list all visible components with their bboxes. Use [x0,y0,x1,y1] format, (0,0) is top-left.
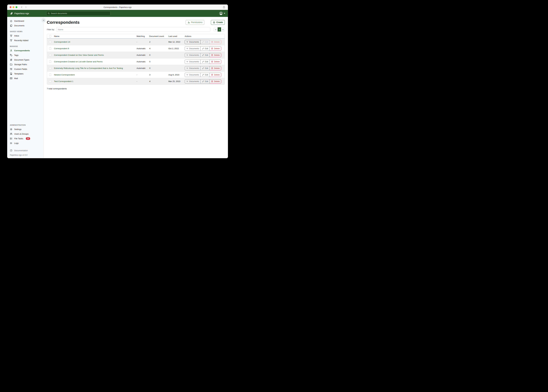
user-menu[interactable] [219,12,225,15]
sidebar-item-documentation[interactable]: Documentation [7,148,43,153]
pagination-next-button[interactable]: » [221,27,225,32]
row-checkbox[interactable] [49,74,51,76]
sidebar-item-file-tasks[interactable]: File Tasks16 [7,136,43,141]
pagination-page-1-button[interactable]: 1 [217,27,221,32]
sidebar-item-settings[interactable]: Settings [7,127,43,132]
forward-icon[interactable] [25,6,27,8]
delete-button[interactable]: Delete [209,53,221,57]
zoom-window-button[interactable] [15,6,17,8]
delete-button[interactable]: Delete [209,60,221,64]
documents-button[interactable]: Documents [185,40,201,44]
correspondent-link[interactable]: Newest Correspondent [54,74,75,76]
filter-lines-icon [186,48,188,49]
documents-button[interactable]: Documents [185,60,201,64]
sidebar-item-documents[interactable]: Documents [7,23,43,28]
window-title: Correspondents - Paperless-ngx [7,6,228,8]
search-input[interactable] [51,12,109,14]
correspondent-link[interactable]: Correspondent 9 [54,47,69,49]
edit-button[interactable]: Edit [200,40,210,44]
correspondent-link[interactable]: Test Correspondent 1 [54,80,73,83]
share-icon[interactable] [223,6,225,9]
edit-button[interactable]: Edit [200,53,210,57]
correspondent-link[interactable]: Correspondent Created on List with Owner… [54,61,103,63]
gear-icon [10,128,12,131]
edit-button[interactable]: Edit [200,46,210,51]
correspondent-link[interactable]: Correspondent Created on Doc View Owner … [54,54,104,56]
trash-icon [211,41,213,43]
edit-button[interactable]: Edit [200,73,210,77]
correspondent-link[interactable]: Extremely Ridiculously Long Title for a … [54,67,123,69]
window-controls [10,6,17,8]
table-row: Extremely Ridiculously Long Title for a … [47,65,225,71]
sidebar-item-mail[interactable]: Mail [7,76,43,81]
sidebar-section-title: MANAGE [7,45,43,47]
sidebar-item-dashboard[interactable]: Dashboard [7,19,43,23]
row-actions: Documents Edit Delete [185,53,221,57]
filter-icon [10,35,12,37]
sidebar-collapse-button[interactable] [42,18,45,22]
filter-lines-icon [186,61,188,63]
sidebar-item-document-types[interactable]: Document Types [7,57,43,62]
delete-button[interactable]: Delete [209,40,221,44]
edit-button[interactable]: Edit [200,79,210,84]
sidebar-item-correspondents[interactable]: Correspondents [7,48,43,53]
documents-button[interactable]: Documents [185,66,201,70]
close-window-button[interactable] [10,6,11,8]
pagination-prev-button[interactable]: « [214,27,217,32]
person-icon [10,49,12,52]
titlebar: Correspondents - Paperless-ngx [7,5,228,10]
back-icon[interactable] [21,6,22,8]
delete-button[interactable]: Delete [209,73,221,77]
row-checkbox[interactable] [49,61,51,63]
sidebar-item-tags[interactable]: Tags [7,53,43,57]
last-used-value: Mar 12, 2022 [168,41,185,43]
trash-icon [211,74,213,76]
column-document-count: Document count [149,35,168,37]
edit-button[interactable]: Edit [200,66,210,70]
create-button[interactable]: Create [211,20,225,25]
table-row: Correspondent Created on List with Owner… [47,58,225,65]
row-checkbox[interactable] [49,67,51,69]
table-header: Name Matching Document count Last used A… [47,34,225,39]
sidebar-item-templates[interactable]: Templates [7,71,43,76]
tasks-icon [10,137,12,140]
sidebar-item-inbox[interactable]: Inbox [7,34,43,38]
delete-button[interactable]: Delete [209,66,221,70]
filter-label: Filter by: [47,28,55,31]
delete-button[interactable]: Delete [209,79,221,84]
table-row: Test Correspondent 1 - 4 Mar 25, 2023 Do… [47,78,225,84]
minimize-window-button[interactable] [13,6,14,8]
document-count-value: 4 [149,80,168,83]
brand-label: Paperless-ngx [14,12,29,15]
matching-value: Automatic [137,61,149,63]
sidebar-item-custom-fields[interactable]: Custom Fields [7,67,43,71]
filter-name-input[interactable] [56,27,210,32]
delete-button[interactable]: Delete [209,46,221,51]
brand[interactable]: Paperless-ngx [7,12,29,15]
edit-button[interactable]: Edit [200,60,210,64]
documents-button[interactable]: Documents [185,46,201,51]
row-actions: Documents Edit Delete [185,73,221,77]
double-chevron-left-icon [43,19,45,21]
row-checkbox[interactable] [49,80,51,83]
documents-button[interactable]: Documents [185,79,201,84]
row-checkbox[interactable] [49,47,51,49]
person-lock-icon [187,21,190,24]
page-title: Correspondents [47,20,79,25]
row-checkbox[interactable] [49,41,51,43]
permissions-button[interactable]: Permissions [186,20,204,25]
sidebar-item-recently-added[interactable]: Recently Added [7,38,43,43]
app-window: Correspondents - Paperless-ngx Paperless… [7,5,228,158]
sidebar-item-users-groups[interactable]: Users & Groups [7,132,43,136]
filter-lines-icon [186,54,188,56]
row-actions: Documents Edit Delete [185,40,221,44]
select-all-checkbox[interactable] [49,35,51,37]
paperless-leaf-logo-icon [10,12,13,15]
documents-button[interactable]: Documents [185,73,201,77]
sidebar-item-logs[interactable]: Logs [7,141,43,146]
documents-button[interactable]: Documents [185,53,201,57]
correspondent-link[interactable]: Correspondent 14 [54,41,70,43]
row-checkbox[interactable] [49,54,51,56]
sidebar-item-storage-paths[interactable]: Storage Paths [7,62,43,67]
avatar [219,12,223,15]
